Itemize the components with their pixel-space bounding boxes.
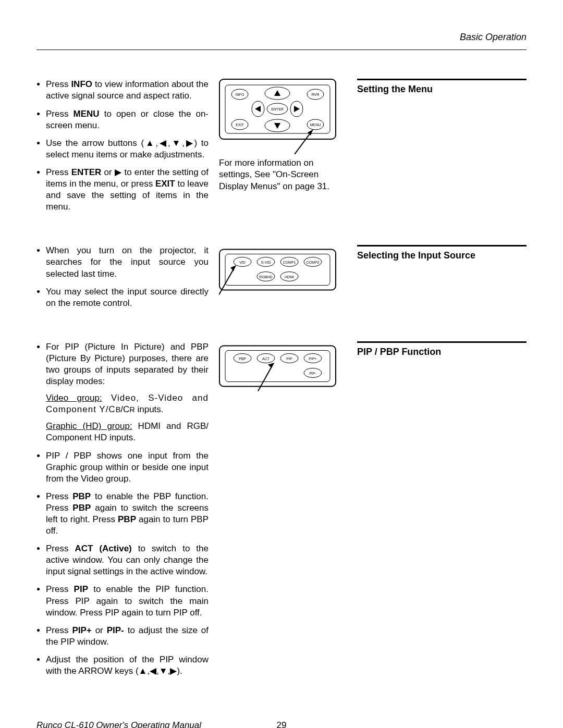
svg-text:EXIT: EXIT: [236, 123, 244, 127]
bullet: Press PBP to enable the PBP function. Pr…: [46, 491, 209, 537]
section-rule: [357, 341, 527, 343]
svg-text:S-VID: S-VID: [261, 261, 271, 264]
bullet-enter-exit: Press ENTER or ▶ to enter the setting of…: [46, 167, 209, 213]
svg-text:PIP+: PIP+: [309, 356, 316, 360]
remote-diagram-2: VID S-VID COMP1 COMP2 RGBHD HDMI: [219, 245, 336, 300]
section-input-source: When you turn on the projector, it searc…: [36, 245, 527, 315]
bullet: Press PIP to enable the PIP function. Pr…: [46, 584, 209, 618]
section-pip-pbp: For PIP (Picture In Picture) and PBP (Pi…: [36, 341, 527, 683]
section-heading: PIP / PBP Function: [357, 346, 527, 358]
remote-diagram-1: INFO RVR EXIT MENU ENTER: [219, 79, 336, 154]
svg-text:RGBHD: RGBHD: [259, 275, 272, 279]
remote-diagram-3: PBP ACT PIP PIP+ PIP-: [219, 341, 336, 396]
svg-text:INFO: INFO: [236, 93, 244, 96]
svg-text:COMP2: COMP2: [307, 261, 320, 264]
bullet: You may select the input source directly…: [46, 286, 209, 309]
footer-manual-title: Runco CL-610 Owner's Operating Manual: [36, 720, 201, 728]
svg-text:VID: VID: [239, 261, 246, 264]
bullet-info: Press INFO to view information about the…: [46, 79, 209, 102]
bullet-arrows: Use the arrow buttons (▲,◀,▼,▶) to selec…: [46, 138, 209, 161]
bullet: Press ACT (Active) to switch to the acti…: [46, 543, 209, 577]
section-rule: [357, 79, 527, 80]
svg-text:PIP: PIP: [286, 356, 292, 360]
svg-text:PIP-: PIP-: [309, 371, 316, 375]
section-heading: Selecting the Input Source: [357, 250, 527, 262]
bullet: Press PIP+ or PIP- to adjust the size of…: [46, 625, 209, 648]
page-header: Basic Operation: [36, 31, 527, 43]
svg-text:ENTER: ENTER: [271, 107, 284, 111]
bullets-col: Press INFO to view information about the…: [36, 79, 209, 219]
svg-text:MENU: MENU: [310, 123, 321, 127]
diagram-caption: For more information on settings, See "O…: [219, 157, 347, 192]
section-heading: Setting the Menu: [357, 83, 527, 95]
page-number: 29: [277, 720, 287, 728]
diagram-col: INFO RVR EXIT MENU ENTER: [219, 79, 347, 219]
svg-text:HDMI: HDMI: [285, 275, 294, 279]
header-rule: [36, 50, 527, 50]
svg-text:PBP: PBP: [239, 356, 246, 360]
bullet: For PIP (Picture In Picture) and PBP (Pi…: [46, 341, 209, 444]
section-setting-menu: Press INFO to view information about the…: [36, 79, 527, 219]
bullet: When you turn on the projector, it searc…: [46, 245, 209, 279]
svg-text:RVR: RVR: [312, 93, 320, 96]
bullet: Adjust the position of the PIP window wi…: [46, 654, 209, 677]
svg-text:COMP1: COMP1: [283, 261, 296, 264]
bullet: PIP / PBP shows one input from the Graph…: [46, 450, 209, 485]
svg-text:ACT: ACT: [262, 356, 270, 360]
page-footer: Runco CL-610 Owner's Operating Manual 29: [36, 720, 527, 728]
bullet-menu: Press MENU to open or close the on-scree…: [46, 108, 209, 131]
section-rule: [357, 245, 527, 246]
